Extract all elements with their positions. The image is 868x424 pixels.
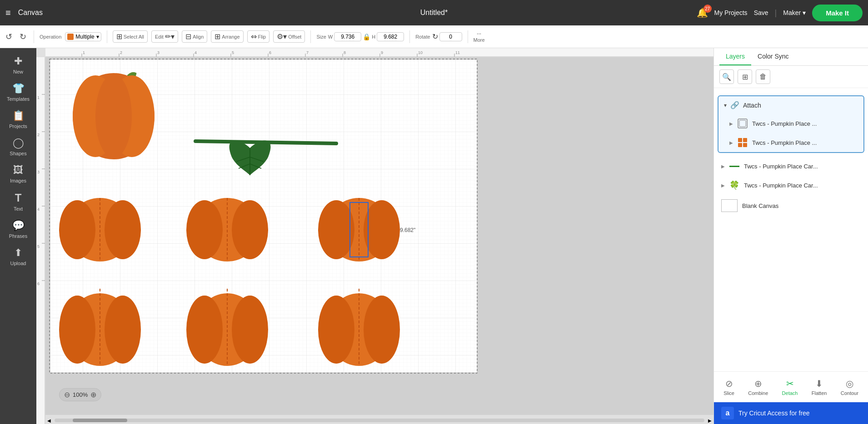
- cricut-access-text[interactable]: Try Cricut Access for free: [738, 409, 810, 417]
- shapes-icon: ◯: [13, 137, 24, 149]
- canvas-area[interactable]: 1 2 3 4 5 6 7 8 9 10 11: [36, 48, 713, 424]
- panel-actions: ⊘ Slice ⊕ Combine ✂ Detach ⬇ Flatten ◎ C…: [714, 371, 868, 402]
- sidebar-item-new[interactable]: ✚ New: [2, 52, 35, 78]
- hscroll-right-arrow[interactable]: ▶: [706, 418, 713, 423]
- edit-btn[interactable]: Edit ✏▾: [151, 30, 178, 43]
- layer-item-4[interactable]: ▶ 🍀 Twcs - Pumpkin Place Car...: [714, 176, 868, 195]
- sidebar-item-text[interactable]: T Text: [2, 188, 35, 215]
- svg-text:2: 2: [37, 133, 40, 137]
- projects-label: Projects: [9, 123, 27, 129]
- align-label: Align: [193, 34, 204, 39]
- detach-label: Detach: [782, 390, 798, 396]
- more-dots-icon: ···: [477, 30, 481, 37]
- height-input[interactable]: [377, 32, 404, 41]
- detach-btn[interactable]: ✂ Detach: [778, 376, 802, 398]
- svg-text:4: 4: [37, 207, 40, 212]
- layer-item-3[interactable]: ▶ Twcs - Pumpkin Place Car...: [714, 157, 868, 176]
- sidebar-item-phrases[interactable]: 💬 Phrases: [2, 216, 35, 242]
- attach-header[interactable]: ▾ 🔗 Attach: [718, 96, 863, 114]
- flatten-btn[interactable]: ⬇ Flatten: [808, 376, 831, 398]
- svg-text:3: 3: [157, 50, 160, 55]
- blank-canvas-row[interactable]: Blank Canvas: [714, 195, 868, 217]
- arrange-btn[interactable]: ⊞ Arrange: [211, 30, 243, 43]
- menu-icon[interactable]: ≡: [5, 8, 11, 18]
- layer-item-1[interactable]: ▶ Twcs - Pumpkin Place ...: [718, 114, 863, 133]
- upload-label: Upload: [10, 261, 26, 266]
- svg-text:5: 5: [232, 50, 234, 55]
- hscroll-thumb[interactable]: [73, 419, 127, 422]
- main-layout: ✚ New 👕 Templates 📋 Projects ◯ Shapes 🖼 …: [0, 48, 868, 424]
- svg-point-75: [318, 296, 354, 364]
- notification-bell[interactable]: 🔔 27: [697, 7, 708, 18]
- sidebar-item-templates[interactable]: 👕 Templates: [2, 79, 35, 105]
- svg-point-62: [364, 200, 400, 259]
- tab-color-sync[interactable]: Color Sync: [751, 48, 795, 65]
- offset-btn[interactable]: ⚙▾ Offset: [273, 30, 305, 43]
- save-btn[interactable]: Save: [754, 9, 768, 16]
- phrases-label: Phrases: [9, 233, 27, 239]
- svg-text:6: 6: [37, 281, 40, 286]
- redo-btn[interactable]: ↻: [18, 30, 28, 44]
- tab-layers[interactable]: Layers: [719, 48, 751, 65]
- width-input[interactable]: [334, 32, 361, 41]
- svg-point-68: [105, 296, 141, 364]
- svg-point-67: [59, 296, 95, 364]
- panel-search-btn[interactable]: 🔍: [719, 69, 734, 84]
- layer2-thumb: [738, 138, 748, 148]
- contour-btn[interactable]: ◎ Contour: [837, 376, 862, 398]
- notification-badge: 27: [703, 5, 712, 13]
- undo-btn[interactable]: ↺: [4, 30, 14, 44]
- combine-btn[interactable]: ⊕ Combine: [744, 376, 772, 398]
- select-all-btn[interactable]: ⊞ Select All: [113, 30, 148, 43]
- sidebar-item-upload[interactable]: ⬆ Upload: [2, 243, 35, 270]
- svg-rect-82: [738, 143, 742, 147]
- layer4-chevron-icon: ▶: [721, 183, 725, 188]
- phrases-icon: 💬: [12, 220, 25, 232]
- flatten-icon: ⬇: [815, 378, 823, 389]
- maker-selector[interactable]: Maker ▾: [783, 9, 806, 16]
- hscroll-left-arrow[interactable]: ◀: [45, 418, 53, 423]
- attach-group[interactable]: ▾ 🔗 Attach ▶ Twcs - Pumpkin Place ... ▶: [718, 95, 864, 153]
- combine-label: Combine: [748, 390, 768, 396]
- sidebar-item-images[interactable]: 🖼 Images: [2, 161, 35, 187]
- rotate-icon: ↻: [432, 32, 438, 41]
- sidebar-item-projects[interactable]: 📋 Projects: [2, 106, 35, 133]
- layer4-thumb: 🍀: [729, 180, 739, 190]
- svg-point-72: [232, 296, 268, 364]
- zoom-in-icon[interactable]: ⊕: [90, 390, 96, 399]
- ruler-vertical: 1 2 3 4 5 6: [36, 57, 45, 424]
- flip-btn[interactable]: ⇔ Flip: [247, 30, 270, 43]
- align-btn[interactable]: ⊟ Align: [182, 30, 207, 43]
- zoom-out-icon[interactable]: ⊖: [64, 390, 70, 399]
- layer-item-2[interactable]: ▶ Twcs - Pumpkin Place ...: [718, 133, 863, 152]
- divider: |: [775, 8, 777, 18]
- align-icon: ⊟: [185, 32, 191, 41]
- panel-toolbar: 🔍 ⊞ 🗑: [714, 66, 868, 88]
- svg-text:9: 9: [381, 50, 383, 55]
- sidebar-item-shapes[interactable]: ◯ Shapes: [2, 133, 35, 160]
- panel-group-btn[interactable]: ⊞: [738, 69, 752, 84]
- my-projects-btn[interactable]: My Projects: [714, 9, 748, 16]
- layer1-thumb: [738, 118, 748, 128]
- topbar: ≡ Canvas Untitled* 🔔 27 My Projects Save…: [0, 0, 868, 25]
- svg-text:3: 3: [37, 170, 40, 174]
- lock-icon[interactable]: 🔒: [363, 33, 370, 40]
- rotate-group: Rotate ↻: [415, 32, 462, 41]
- horizontal-scrollbar[interactable]: ◀ ▶: [45, 417, 713, 424]
- more-btn[interactable]: ··· More: [474, 30, 485, 43]
- cricut-access-banner[interactable]: a Try Cricut Access for free: [714, 402, 868, 424]
- layer4-name: Twcs - Pumpkin Place Car...: [744, 182, 818, 189]
- svg-text:4: 4: [195, 50, 197, 55]
- svg-text:2: 2: [120, 50, 122, 55]
- flip-icon: ⇔: [251, 32, 257, 41]
- operation-select[interactable]: Multiple ▾: [65, 32, 101, 41]
- layer1-name: Twcs - Pumpkin Place ...: [752, 120, 817, 127]
- panel-delete-btn[interactable]: 🗑: [756, 69, 770, 84]
- rotate-input[interactable]: [439, 32, 462, 41]
- canvas-content[interactable]: 9.682": [45, 57, 713, 415]
- flip-label: Flip: [258, 34, 266, 39]
- slice-btn[interactable]: ⊘ Slice: [720, 376, 738, 398]
- make-it-button[interactable]: Make It: [812, 5, 863, 21]
- project-title: Untitled*: [420, 9, 448, 17]
- new-icon: ✚: [14, 55, 22, 67]
